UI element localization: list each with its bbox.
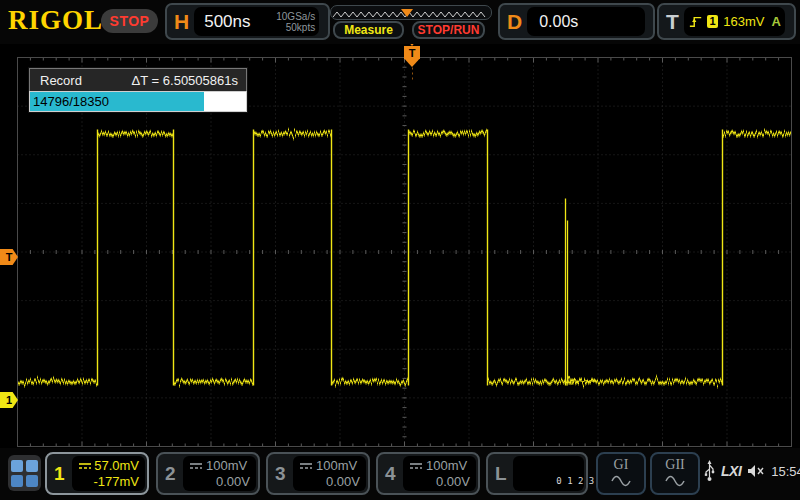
source-gii-label: GII bbox=[652, 457, 698, 473]
source-gi-label: GI bbox=[598, 457, 644, 473]
clock: 15:54 bbox=[771, 464, 800, 479]
record-delta-t: ΔT = 6.50505861s bbox=[132, 73, 238, 88]
record-title: Record bbox=[40, 73, 82, 88]
channel-3-box[interactable]: 3 100mV 0.00V bbox=[266, 452, 370, 495]
channel-4-box[interactable]: 4 100mV 0.00V bbox=[376, 452, 480, 495]
usb-icon bbox=[704, 460, 715, 482]
trigger-source-badge: 1 bbox=[707, 15, 718, 28]
trigger-sweep-mode: A bbox=[771, 14, 780, 29]
channel-4-number: 4 bbox=[385, 463, 396, 485]
channel-3-values: 100mV 0.00V bbox=[293, 456, 366, 491]
channel-2-scale: 100mV bbox=[206, 458, 250, 473]
memory-waveform-icon bbox=[331, 7, 491, 20]
delay-label: D bbox=[500, 10, 527, 34]
channel-2-number: 2 bbox=[165, 463, 176, 485]
measure-button[interactable]: Measure bbox=[333, 21, 404, 39]
brand-logo: RIGOL bbox=[8, 5, 103, 36]
logic-label: L bbox=[495, 463, 507, 485]
dc-coupling-icon bbox=[78, 462, 91, 470]
memory-position-bar[interactable] bbox=[330, 5, 492, 20]
acquisition-rates: 10GSa/s 50kpts bbox=[276, 11, 315, 33]
lxi-logo: LXI bbox=[721, 463, 741, 479]
channel-3-number: 3 bbox=[275, 463, 286, 485]
record-overlay: Record ΔT = 6.50505861s 14796/18350 bbox=[28, 67, 248, 113]
channel-1-scale: 57.0mV bbox=[94, 458, 139, 473]
dc-coupling-icon bbox=[299, 462, 313, 470]
source-gi-button[interactable]: GI bbox=[596, 452, 646, 495]
horizontal-panel[interactable]: H 500ns 10GSa/s 50kpts bbox=[165, 3, 330, 40]
record-title-row: Record ΔT = 6.50505861s bbox=[29, 68, 247, 91]
channel-4-offset: 0.00V bbox=[407, 473, 470, 490]
channel-3-offset: 0.00V bbox=[297, 473, 360, 490]
logic-channels-box[interactable]: L 0 1 2 3 4 5 6 7 8 9 1011 12131415 bbox=[486, 452, 588, 495]
channel-1-values: 57.0mV -177mV bbox=[72, 456, 145, 491]
dc-coupling-icon bbox=[189, 462, 203, 470]
sample-rate: 10GSa/s bbox=[276, 11, 315, 22]
menu-tile-icon bbox=[11, 460, 23, 472]
horizontal-label: H bbox=[167, 10, 194, 34]
channel-2-box[interactable]: 2 100mV 0.00V bbox=[156, 452, 260, 495]
sine-wave-icon bbox=[610, 475, 632, 487]
bottom-status-bar: 1 57.0mV -177mV 2 100mV 0.00V 3 bbox=[0, 448, 800, 500]
dc-coupling-icon bbox=[409, 462, 423, 470]
record-progress-bar: 14796/18350 bbox=[29, 91, 247, 112]
channel-4-scale: 100mV bbox=[426, 458, 470, 473]
channel-1-offset: -177mV bbox=[76, 473, 139, 490]
trigger-panel[interactable]: T 1 163mV A bbox=[657, 3, 796, 40]
logic-channel-list: 0 1 2 3 4 5 6 7 8 9 1011 12131415 bbox=[513, 456, 584, 491]
channel-1-box[interactable]: 1 57.0mV -177mV bbox=[45, 452, 149, 495]
memory-depth: 50kpts bbox=[286, 22, 315, 33]
trigger-slope-icon bbox=[689, 14, 702, 29]
timebase-value: 500ns bbox=[204, 12, 250, 32]
run-state-badge: STOP bbox=[101, 9, 158, 33]
top-status-bar: RIGOL STOP H 500ns 10GSa/s 50kpts Measur… bbox=[0, 0, 800, 44]
sine-wave-icon bbox=[664, 475, 686, 487]
trigger-box: 1 163mV A bbox=[684, 7, 785, 36]
channel-2-offset: 0.00V bbox=[187, 473, 250, 490]
menu-button[interactable] bbox=[8, 455, 41, 491]
delay-box: 0.00s bbox=[527, 7, 645, 36]
record-progress-text: 14796/18350 bbox=[33, 92, 109, 112]
trigger-level-value: 163mV bbox=[723, 14, 764, 29]
delay-panel[interactable]: D 0.00s bbox=[498, 3, 655, 40]
channel-3-scale: 100mV bbox=[316, 458, 360, 473]
timebase-box: 500ns 10GSa/s 50kpts bbox=[194, 7, 319, 36]
channel-4-values: 100mV 0.00V bbox=[403, 456, 476, 491]
oscilloscope-screen: RIGOL STOP H 500ns 10GSa/s 50kpts Measur… bbox=[0, 0, 800, 500]
channel-1-number: 1 bbox=[54, 463, 65, 485]
memory-trigger-marker bbox=[401, 9, 413, 17]
stop-run-button[interactable]: STOP/RUN bbox=[412, 21, 485, 39]
delay-value: 0.00s bbox=[539, 13, 578, 31]
status-icons: LXI 15:54 bbox=[704, 460, 800, 482]
source-gii-button[interactable]: GII bbox=[650, 452, 700, 495]
trigger-label: T bbox=[659, 10, 684, 34]
channel-2-values: 100mV 0.00V bbox=[183, 456, 256, 491]
speaker-muted-icon bbox=[747, 464, 765, 478]
